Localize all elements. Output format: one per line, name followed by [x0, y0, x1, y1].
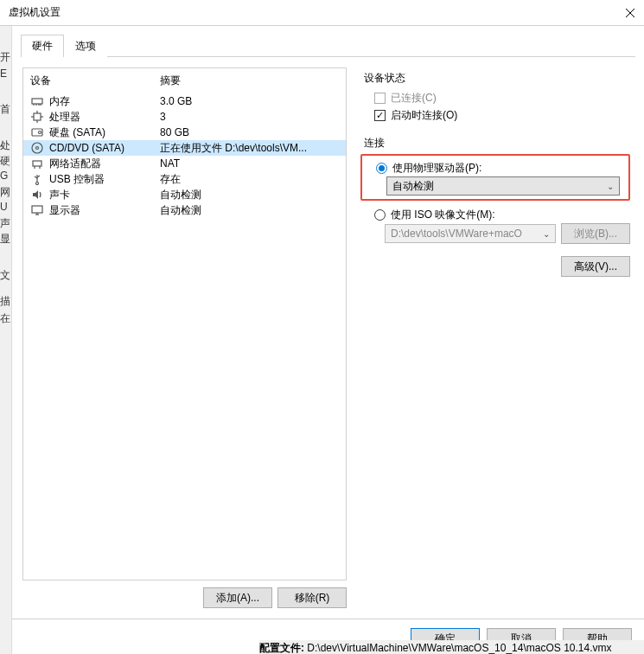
status-title: 设备状态: [364, 71, 630, 86]
device-row[interactable]: USB 控制器存在: [23, 171, 346, 187]
tab-hardware[interactable]: 硬件: [21, 35, 64, 57]
device-buttons: 添加(A)... 移除(R): [22, 580, 347, 608]
device-name: 网络适配器: [49, 157, 160, 171]
svg-rect-16: [33, 161, 41, 166]
iso-path-value: D:\dev\tools\VMWare+macO: [391, 228, 522, 240]
device-name: 处理器: [49, 110, 160, 125]
device-name: USB 控制器: [49, 172, 160, 187]
memory-icon: [30, 94, 44, 108]
physical-drive-dropdown[interactable]: 自动检测 ⌄: [386, 176, 620, 196]
device-row[interactable]: 硬盘 (SATA)80 GB: [23, 125, 346, 140]
connected-checkbox: [374, 93, 386, 104]
right-panel: 设备状态 已连接(C) 启动时连接(O) 连接 使用物理驱动器(P):: [357, 67, 634, 608]
close-button[interactable]: [623, 6, 637, 20]
device-name: 硬盘 (SATA): [49, 125, 160, 140]
device-status-section: 设备状态 已连接(C) 启动时连接(O): [364, 71, 630, 124]
footer-path: D:\dev\VirtualMachine\VMWare\macOS_10_14…: [307, 642, 611, 654]
connected-checkbox-row: 已连接(C): [364, 89, 630, 106]
device-row[interactable]: 内存3.0 GB: [23, 93, 346, 109]
tab-bar: 硬件 选项: [12, 26, 644, 57]
titlebar: 虚拟机设置: [0, 0, 644, 26]
window-title: 虚拟机设置: [9, 5, 61, 20]
physical-drive-value: 自动检测: [392, 179, 434, 194]
svg-rect-24: [32, 206, 42, 213]
svg-marker-23: [33, 190, 38, 199]
svg-point-13: [39, 131, 41, 134]
svg-point-14: [32, 143, 42, 153]
use-iso-row[interactable]: 使用 ISO 映像文件(M):: [364, 206, 630, 223]
header-summary: 摘要: [160, 74, 181, 88]
use-physical-radio[interactable]: [376, 163, 387, 174]
use-physical-row[interactable]: 使用物理驱动器(P):: [366, 159, 625, 176]
connect-on-power-row[interactable]: 启动时连接(O): [364, 106, 630, 124]
device-row[interactable]: CD/DVD (SATA)正在使用文件 D:\dev\tools\VM...: [23, 140, 346, 156]
device-summary: 存在: [160, 172, 339, 187]
footer-status: 配置文件: D:\dev\VirtualMachine\VMWare\macOS…: [259, 640, 644, 654]
device-panel: 设备 摘要 内存3.0 GB处理器3硬盘 (SATA)80 GBCD/DVD (…: [22, 67, 347, 580]
display-icon: [30, 203, 44, 217]
connect-on-power-checkbox[interactable]: [374, 110, 386, 121]
device-summary: 自动检测: [160, 188, 339, 202]
device-row[interactable]: 显示器自动检测: [23, 202, 346, 218]
connection-section: 连接 使用物理驱动器(P): 自动检测 ⌄ 使用 ISO 映像文件(M):: [364, 136, 630, 244]
connection-title: 连接: [364, 136, 630, 151]
device-row[interactable]: 声卡自动检测: [23, 187, 346, 202]
device-summary: 正在使用文件 D:\dev\tools\VM...: [160, 141, 339, 156]
chevron-down-icon: ⌄: [607, 182, 614, 191]
device-row[interactable]: 网络适配器NAT: [23, 156, 346, 171]
connect-on-power-label: 启动时连接(O): [391, 108, 457, 123]
svg-rect-2: [32, 99, 42, 104]
device-name: 显示器: [49, 203, 160, 218]
highlight-box: 使用物理驱动器(P): 自动检测 ⌄: [360, 154, 630, 201]
nic-icon: [30, 157, 44, 170]
cd-icon: [30, 141, 44, 155]
svg-point-15: [36, 147, 39, 150]
background-sidebar: 开 E 首 处 硬 G 网 U 声 显 文 描 在: [0, 26, 12, 654]
browse-button: 浏览(B)...: [561, 223, 630, 244]
device-row[interactable]: 处理器3: [23, 109, 346, 125]
device-summary: 3.0 GB: [160, 95, 339, 107]
chevron-down-icon: ⌄: [543, 229, 550, 239]
sound-icon: [30, 188, 44, 202]
tab-options[interactable]: 选项: [64, 35, 107, 57]
device-summary: 自动检测: [160, 203, 339, 218]
cpu-icon: [30, 110, 44, 124]
disk-icon: [30, 125, 44, 139]
svg-rect-7: [34, 113, 41, 120]
advanced-row: 高级(V)...: [364, 256, 630, 277]
use-physical-label: 使用物理驱动器(P):: [392, 161, 481, 176]
device-name: 内存: [49, 94, 160, 109]
header-device: 设备: [30, 74, 160, 88]
use-iso-radio[interactable]: [374, 209, 386, 221]
use-iso-label: 使用 ISO 映像文件(M):: [391, 208, 495, 222]
close-icon: [626, 9, 634, 17]
usb-icon: [30, 172, 44, 186]
connected-label: 已连接(C): [391, 91, 437, 106]
device-name: CD/DVD (SATA): [49, 142, 160, 154]
remove-button[interactable]: 移除(R): [277, 587, 347, 608]
device-header: 设备 摘要: [23, 68, 346, 93]
device-name: 声卡: [49, 188, 160, 202]
advanced-button[interactable]: 高级(V)...: [561, 256, 630, 277]
device-summary: 3: [160, 111, 339, 123]
add-button[interactable]: 添加(A)...: [203, 587, 272, 608]
device-list[interactable]: 内存3.0 GB处理器3硬盘 (SATA)80 GBCD/DVD (SATA)正…: [23, 93, 346, 580]
footer-label: 配置文件:: [259, 642, 304, 654]
device-summary: 80 GB: [160, 126, 339, 138]
dialog-body: 硬件 选项 设备 摘要 内存3.0 GB处理器3硬盘 (SATA)80 GBCD…: [12, 26, 644, 654]
left-column: 设备 摘要 内存3.0 GB处理器3硬盘 (SATA)80 GBCD/DVD (…: [22, 67, 347, 608]
content: 设备 摘要 内存3.0 GB处理器3硬盘 (SATA)80 GBCD/DVD (…: [12, 57, 644, 619]
iso-path-row: D:\dev\tools\VMWare+macO ⌄ 浏览(B)...: [385, 223, 630, 244]
device-summary: NAT: [160, 157, 339, 170]
iso-path-dropdown: D:\dev\tools\VMWare+macO ⌄: [385, 224, 556, 243]
